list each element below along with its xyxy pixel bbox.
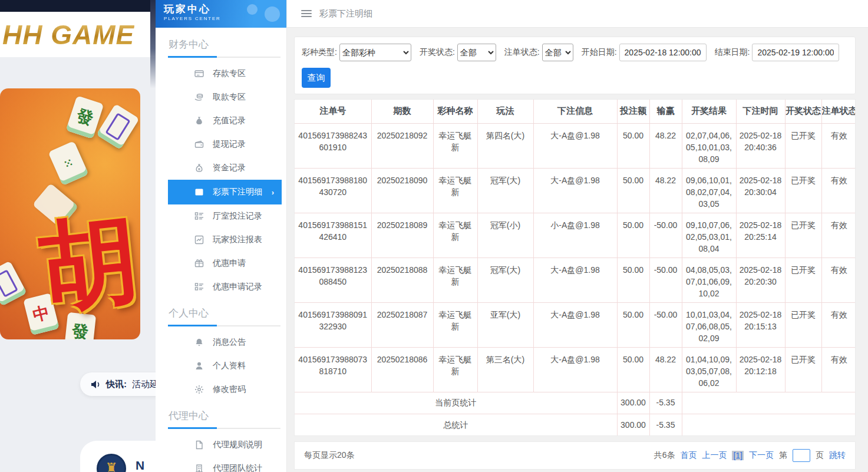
summary-win-loss: -5.35 (649, 414, 682, 435)
start-date-input[interactable] (619, 44, 707, 61)
report-icon (194, 235, 204, 245)
goto-page-input[interactable] (793, 449, 810, 462)
main-content: 彩票下注明细 彩种类型: 全部彩种 开奖状态: 全部 注单状态: 全部 开始日期… (287, 0, 868, 472)
prev-page-link[interactable]: 上一页 (702, 450, 727, 461)
cell-draw-status: 已开奖 (785, 258, 821, 302)
sidebar-item[interactable]: 优惠申请 (156, 252, 286, 275)
draw-status-select[interactable]: 全部 (457, 44, 496, 61)
cell-bet-time: 2025-02-18 20:20:30 (736, 258, 785, 302)
sidebar-item[interactable]: 提现记录 (156, 133, 286, 156)
section-title: 代理中心 (156, 401, 286, 428)
deposit-icon (194, 69, 204, 78)
sidebar-item[interactable]: 厅室投注记录 (156, 204, 286, 228)
cell-draw-status: 已开奖 (785, 347, 821, 392)
promo-banner-image: 發 ⁙ 中 發 胡 (0, 88, 140, 339)
mahjong-tile (96, 104, 140, 150)
sidebar-item[interactable]: 修改密码 (156, 378, 286, 401)
sidebar-item-label: 代理规则说明 (213, 440, 262, 450)
cell-bet-status: 有效 (821, 213, 856, 258)
sidebar-item-label: 资金记录 (213, 163, 246, 173)
cell-bet-status: 有效 (821, 258, 856, 302)
bet-status-select[interactable]: 全部 (542, 44, 573, 61)
cell-period: 20250218090 (371, 168, 433, 213)
summary-win-loss: -5.35 (649, 392, 682, 414)
summary-row: 当前页统计300.00-5.35 (295, 392, 856, 414)
speaker-icon (91, 380, 101, 389)
sidebar-item-label: 修改密码 (213, 384, 246, 395)
sidebar-item-label: 取款专区 (213, 92, 246, 103)
table-row: 40156917398809132293020250218087幸运飞艇新亚军(… (295, 302, 856, 347)
cell-draw-result: 09,06,10,01,08,02,07,04,03,05 (682, 168, 736, 213)
gamepad-watermark (242, 2, 283, 26)
sidebar-item[interactable]: 优惠申请记录 (156, 275, 286, 299)
sidebar-item-label: 充值记录 (213, 115, 246, 126)
cell-bet-amount: 50.00 (617, 347, 649, 392)
draw-status-label: 开奖状态: (420, 47, 455, 58)
sidebar-item-label: 玩家投注报表 (213, 235, 262, 245)
next-page-link[interactable]: 下一页 (749, 450, 774, 461)
hall-bet-icon (194, 212, 204, 221)
sidebar-item[interactable]: 玩家投注报表 (156, 228, 286, 252)
ticker-text: 活动延 (132, 379, 156, 390)
cell-bet-id: 401569173988180430720 (295, 168, 371, 213)
sidebar-item[interactable]: 充值记录 (156, 109, 286, 133)
ticker-label: 快讯: (106, 379, 127, 390)
cell-bet-amount: 50.00 (617, 213, 649, 258)
cell-bet-amount: 50.00 (617, 302, 649, 347)
summary-label: 总统计 (295, 414, 617, 435)
sidebar-item[interactable]: 代理团队统计 (156, 457, 286, 472)
search-button[interactable]: 查询 (302, 68, 331, 88)
table-row: 40156917398812308845020250218088幸运飞艇新冠军(… (295, 258, 856, 302)
table-row: 40156917398824360191020250218092幸运飞艇新第四名… (295, 123, 856, 168)
sidebar-header: 玩家中心 PLAYERS CENTER (156, 0, 286, 28)
app-window: HH GAME 發 ⁙ 中 發 胡 快讯: 活动延 ♜ N 玩家中心 PLAYE… (0, 0, 868, 472)
chevron-right-icon: › (272, 188, 274, 197)
sidebar-item[interactable]: 个人资料 (156, 354, 286, 378)
sidebar: 玩家中心 PLAYERS CENTER 财务中心存款专区取款专区充值记录提现记录… (156, 0, 287, 472)
table-row: 40156917398815142641020250218089幸运飞艇新冠军(… (295, 213, 856, 258)
sidebar-item[interactable]: 资金记录 (156, 156, 286, 180)
cell-lottery-name: 幸运飞艇新 (433, 302, 477, 347)
cell-bet-time: 2025-02-18 20:30:04 (736, 168, 785, 213)
sidebar-item[interactable]: 取款专区 (156, 85, 286, 109)
sidebar-item[interactable]: 彩票下注明细› (168, 180, 282, 204)
section-divider (168, 428, 280, 429)
summary-bet-total: 300.00 (617, 392, 649, 414)
cell-lottery-name: 幸运飞艇新 (433, 258, 477, 302)
funds-icon (194, 163, 204, 173)
sidebar-item[interactable]: 存款专区 (156, 62, 286, 85)
cell-win-loss: -50.00 (649, 213, 682, 258)
menu-toggle-icon[interactable] (301, 10, 312, 17)
column-header: 玩法 (477, 100, 533, 123)
cell-win-loss: 48.22 (649, 168, 682, 213)
cell-play-type: 冠军(大) (477, 258, 533, 302)
sidebar-item-label: 存款专区 (213, 68, 246, 79)
cell-draw-result: 10,01,03,04,07,06,08,05,02,09 (682, 302, 736, 347)
cell-bet-info: 大-A盘@1.98 (533, 168, 617, 213)
cell-play-type: 冠军(小) (477, 213, 533, 258)
bet-table: 注单号期数彩种名称玩法下注信息投注额输赢开奖结果下注时间开奖状态注单状态4015… (295, 100, 856, 435)
cell-draw-status: 已开奖 (785, 302, 821, 347)
cell-bet-time: 2025-02-18 20:40:36 (736, 123, 785, 168)
promo-icon (194, 259, 204, 268)
summary-empty (682, 414, 856, 435)
section-title: 个人中心 (156, 299, 286, 325)
cell-bet-info: 小-A盘@1.98 (533, 213, 617, 258)
page-size-text: 每页显示20条 (304, 450, 355, 461)
cell-bet-time: 2025-02-18 20:12:18 (736, 347, 785, 392)
section-divider (168, 325, 280, 326)
cell-draw-result: 02,07,04,06,05,10,01,03,08,09 (682, 123, 736, 168)
cell-win-loss: 48.22 (649, 347, 682, 392)
table-row: 40156917398818043072020250218090幸运飞艇新冠军(… (295, 168, 856, 213)
goto-button[interactable]: 跳转 (829, 450, 846, 461)
summary-label: 当前页统计 (295, 392, 617, 414)
first-page-link[interactable]: 首页 (680, 450, 697, 461)
section-title: 财务中心 (156, 30, 286, 57)
sidebar-item[interactable]: 代理规则说明 (156, 433, 286, 457)
table-row: 40156917398807381871020250218086幸运飞艇新第三名… (295, 347, 856, 392)
lottery-type-select[interactable]: 全部彩种 (339, 44, 411, 61)
cell-lottery-name: 幸运飞艇新 (433, 347, 477, 392)
sidebar-item[interactable]: 消息公告 (156, 331, 286, 354)
end-date-input[interactable] (752, 44, 839, 61)
promo-record-icon (194, 282, 204, 292)
